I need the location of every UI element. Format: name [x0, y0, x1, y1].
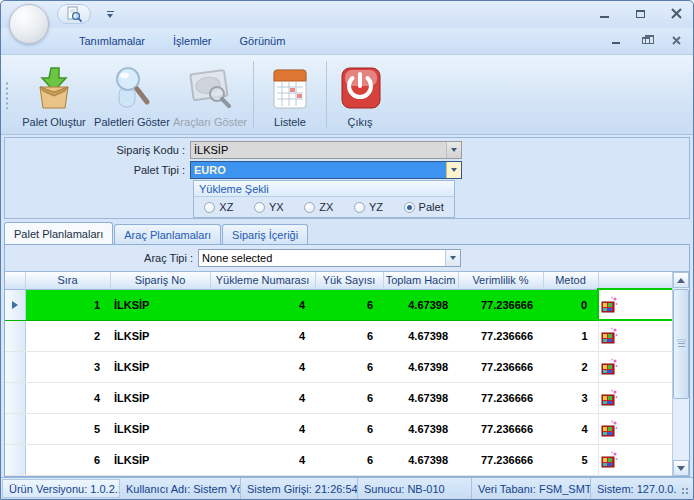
- cell-siparis-no: İLKSİP: [110, 382, 210, 413]
- cell-siparis-no: İLKSİP: [110, 289, 210, 320]
- quick-access-toolbar: [57, 4, 91, 24]
- pallet-detail-icon[interactable]: [598, 320, 681, 351]
- app-window: Tanımlamalar İşlemler Görünüm Palet Oluş…: [0, 0, 694, 500]
- radio-label: Palet: [419, 201, 444, 213]
- row-indicator: [5, 351, 25, 382]
- window-controls: [593, 6, 687, 21]
- row-indicator: [5, 413, 25, 444]
- pallet-detail-icon[interactable]: [598, 351, 681, 382]
- power-exit-icon: [337, 61, 383, 116]
- cell-toplam-hacim: 4.67398: [383, 289, 458, 320]
- order-form-panel: Sipariş Kodu : İLKSİP Palet Tipi : EURO …: [4, 137, 690, 219]
- col-siparis-no[interactable]: Sipariş No: [110, 272, 210, 289]
- search-document-icon[interactable]: [66, 6, 82, 22]
- cell-metod: 3: [543, 382, 598, 413]
- palet-olustur-button[interactable]: Palet Oluştur: [15, 57, 93, 132]
- listele-button[interactable]: Listele: [258, 57, 322, 132]
- col-verimlilik[interactable]: Verimlilik %: [458, 272, 543, 289]
- radio-palet[interactable]: Palet: [404, 201, 444, 213]
- pallet-detail-icon[interactable]: [598, 413, 681, 444]
- toolbar-button-label: Çıkış: [347, 116, 372, 128]
- tab-arac-planlamalari[interactable]: Araç Planlamaları: [114, 224, 221, 244]
- chevron-down-icon[interactable]: [446, 162, 461, 178]
- scroll-down-icon[interactable]: [673, 460, 689, 476]
- vertical-scrollbar[interactable]: [672, 272, 689, 476]
- cell-metod: 4: [543, 413, 598, 444]
- radio-label: ZX: [319, 201, 333, 213]
- pallet-grid: Sıra Sipariş No Yükleme Numarası Yük Say…: [5, 271, 689, 476]
- radio-zx[interactable]: ZX: [304, 201, 333, 213]
- yukleme-sekli-title: Yükleme Şekli: [194, 181, 454, 197]
- cell-toplam-hacim: 4.67398: [383, 382, 458, 413]
- tab-siparis-icerigi[interactable]: Sipariş İçeriği: [222, 224, 308, 244]
- cell-yukleme-numarasi: 4: [210, 444, 315, 475]
- radio-yx[interactable]: YX: [254, 201, 284, 213]
- table-row[interactable]: 5 İLKSİP 4 6 4.67398 77.236666 4: [5, 413, 681, 444]
- siparis-kodu-combobox[interactable]: İLKSİP: [190, 141, 462, 159]
- toolbar-button-label: Palet Oluştur: [22, 116, 86, 128]
- cell-sira: 6: [25, 444, 110, 475]
- radio-label: XZ: [219, 201, 233, 213]
- cell-verimlilik: 77.236666: [458, 289, 543, 320]
- table-row[interactable]: 4 İLKSİP 4 6 4.67398 77.236666 3: [5, 382, 681, 413]
- row-indicator: [5, 289, 25, 320]
- main-toolbar: Palet Oluştur Paletleri Göster: [1, 55, 693, 135]
- radio-yz[interactable]: YZ: [354, 201, 383, 213]
- col-yuk-sayisi[interactable]: Yük Sayısı: [315, 272, 383, 289]
- palet-tipi-label: Palet Tipi :: [5, 164, 190, 176]
- cell-sira: 1: [25, 289, 110, 320]
- arac-tipi-combobox[interactable]: None selected: [198, 249, 461, 267]
- radio-xz[interactable]: XZ: [204, 201, 233, 213]
- araclari-goster-button: Araçları Göster: [171, 57, 249, 132]
- cell-yuk-sayisi: 6: [315, 413, 383, 444]
- tab-palet-planlamalari[interactable]: Palet Planlamaları: [4, 222, 113, 244]
- resize-grip-icon[interactable]: [676, 478, 693, 499]
- pallet-detail-icon[interactable]: [598, 444, 681, 475]
- cell-siparis-no: İLKSİP: [110, 320, 210, 351]
- menu-gorunum[interactable]: Görünüm: [226, 31, 300, 51]
- mdi-restore-button[interactable]: [637, 34, 655, 47]
- status-sunucu: Sunucu: NB-010: [358, 478, 472, 499]
- cell-yukleme-numarasi: 4: [210, 289, 315, 320]
- menu-tanimlamalar[interactable]: Tanımlamalar: [65, 31, 159, 51]
- toolbar-separator: [253, 61, 254, 128]
- menu-islemler[interactable]: İşlemler: [159, 31, 226, 51]
- status-kullanici-adi: Kullanıcı Adı: Sistem Yöneti: [120, 478, 241, 499]
- close-button[interactable]: [665, 6, 687, 21]
- menubar: Tanımlamalar İşlemler Görünüm: [1, 28, 693, 55]
- chevron-down-icon[interactable]: [446, 142, 461, 158]
- arac-tipi-value: None selected: [199, 250, 445, 266]
- radio-icon: [304, 202, 315, 213]
- col-sira[interactable]: Sıra: [25, 272, 110, 289]
- table-row[interactable]: 6 İLKSİP 4 6 4.67398 77.236666 5: [5, 444, 681, 475]
- application-orb-button[interactable]: [9, 4, 49, 44]
- table-row[interactable]: 1 İLKSİP 4 6 4.67398 77.236666 0: [5, 289, 681, 320]
- chevron-down-icon[interactable]: [445, 250, 460, 266]
- palet-tipi-combobox[interactable]: EURO: [190, 161, 462, 179]
- cell-verimlilik: 77.236666: [458, 413, 543, 444]
- row-indicator: [5, 444, 25, 475]
- maximize-button[interactable]: [629, 6, 651, 21]
- col-yukleme-numarasi[interactable]: Yükleme Numarası: [210, 272, 315, 289]
- scroll-up-icon[interactable]: [673, 272, 689, 288]
- cikis-button[interactable]: Çıkış: [331, 57, 389, 132]
- toolbar-grip[interactable]: [5, 81, 9, 109]
- cell-verimlilik: 77.236666: [458, 351, 543, 382]
- minimize-button[interactable]: [593, 6, 615, 21]
- col-toplam-hacim[interactable]: Toplam Hacim: [383, 272, 458, 289]
- table-row[interactable]: 3 İLKSİP 4 6 4.67398 77.236666 2: [5, 351, 681, 382]
- table-row[interactable]: 2 İLKSİP 4 6 4.67398 77.236666 1: [5, 320, 681, 351]
- qat-customize-dropdown-icon[interactable]: [103, 7, 117, 21]
- cell-verimlilik: 77.236666: [458, 382, 543, 413]
- mdi-minimize-button[interactable]: [607, 34, 625, 47]
- pallet-detail-icon[interactable]: [598, 289, 681, 320]
- siparis-kodu-value: İLKSİP: [191, 142, 446, 158]
- scrollbar-thumb[interactable]: [673, 289, 689, 399]
- mdi-close-button[interactable]: [667, 34, 685, 47]
- pallet-detail-icon[interactable]: [598, 382, 681, 413]
- radio-label: YX: [269, 201, 284, 213]
- col-metod[interactable]: Metod: [543, 272, 598, 289]
- paletleri-goster-button[interactable]: Paletleri Göster: [93, 57, 171, 132]
- cell-verimlilik: 77.236666: [458, 444, 543, 475]
- calendar-icon: [268, 61, 312, 116]
